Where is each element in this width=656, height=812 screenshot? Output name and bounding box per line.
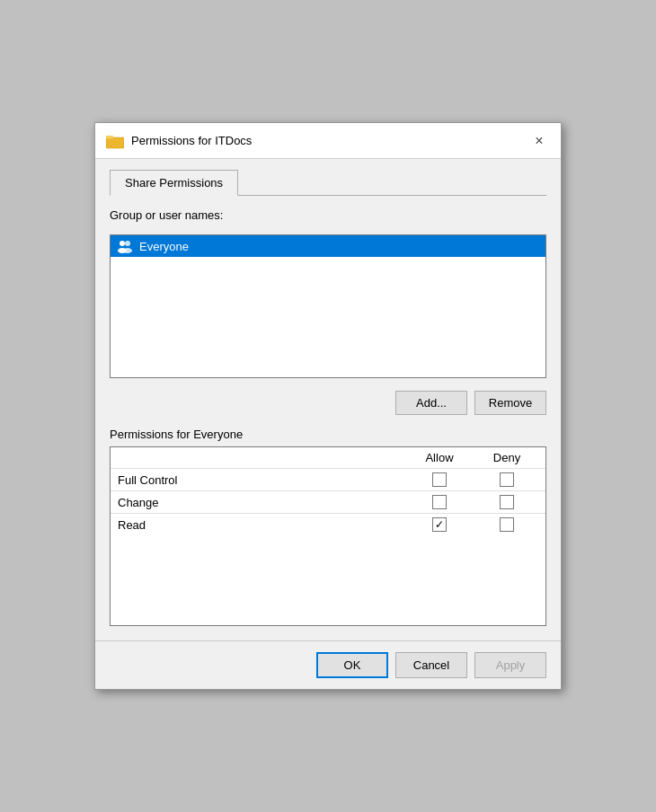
- permissions-table-space: [111, 535, 545, 625]
- add-remove-buttons: Add... Remove: [110, 391, 546, 415]
- permissions-header-label: Permissions for Everyone: [110, 428, 546, 441]
- folder-icon: [106, 132, 124, 150]
- checkbox-change-allow[interactable]: [432, 495, 447, 509]
- cancel-button[interactable]: Cancel: [395, 652, 467, 678]
- users-list[interactable]: Everyone: [110, 234, 546, 378]
- checkbox-full-control-allow[interactable]: [432, 472, 447, 487]
- perm-name-read: Read: [118, 518, 403, 532]
- perm-allow-change: [403, 495, 475, 509]
- ok-button[interactable]: OK: [316, 652, 388, 678]
- close-button[interactable]: ×: [528, 130, 550, 152]
- users-section-label: Group or user names:: [110, 208, 546, 222]
- svg-rect-2: [106, 137, 124, 148]
- tabs-container: Share Permissions: [110, 170, 546, 196]
- svg-rect-4: [106, 136, 113, 138]
- perm-row-read: Read: [111, 513, 545, 535]
- dialog-body: Share Permissions Group or user names: E…: [95, 159, 561, 640]
- permissions-table: Allow Deny Full Control Change: [110, 446, 546, 626]
- permissions-dialog: Permissions for ITDocs × Share Permissio…: [94, 122, 562, 690]
- perm-allow-read: [403, 517, 475, 532]
- perm-name-change: Change: [118, 496, 403, 509]
- perm-col-deny: Deny: [475, 451, 538, 464]
- perm-allow-full-control: [403, 472, 475, 487]
- user-item-everyone[interactable]: Everyone: [111, 235, 545, 257]
- perm-deny-read: [475, 517, 538, 532]
- tab-share-permissions[interactable]: Share Permissions: [110, 170, 238, 196]
- remove-button[interactable]: Remove: [474, 391, 546, 415]
- perm-row-change: Change: [111, 490, 545, 513]
- perm-name-full-control: Full Control: [118, 473, 403, 487]
- user-name-everyone: Everyone: [139, 240, 189, 253]
- permissions-section: Permissions for Everyone Allow Deny Full…: [110, 428, 546, 626]
- svg-point-6: [125, 241, 130, 246]
- add-button[interactable]: Add...: [395, 391, 467, 415]
- checkbox-read-deny[interactable]: [500, 517, 514, 532]
- checkbox-read-allow[interactable]: [432, 517, 447, 532]
- dialog-title: Permissions for ITDocs: [131, 134, 528, 147]
- perm-deny-change: [475, 495, 538, 509]
- title-bar: Permissions for ITDocs ×: [95, 123, 561, 159]
- apply-button[interactable]: Apply: [474, 652, 546, 678]
- perm-col-allow: Allow: [403, 451, 475, 464]
- perm-row-full-control: Full Control: [111, 468, 545, 490]
- svg-point-8: [123, 248, 132, 253]
- checkbox-change-deny[interactable]: [500, 495, 514, 509]
- checkbox-full-control-deny[interactable]: [500, 472, 514, 487]
- perm-col-name: [118, 451, 403, 464]
- users-icon: [116, 239, 134, 253]
- perm-deny-full-control: [475, 472, 538, 487]
- permissions-column-headers: Allow Deny: [111, 447, 545, 468]
- svg-point-5: [120, 241, 125, 246]
- dialog-footer: OK Cancel Apply: [95, 640, 561, 689]
